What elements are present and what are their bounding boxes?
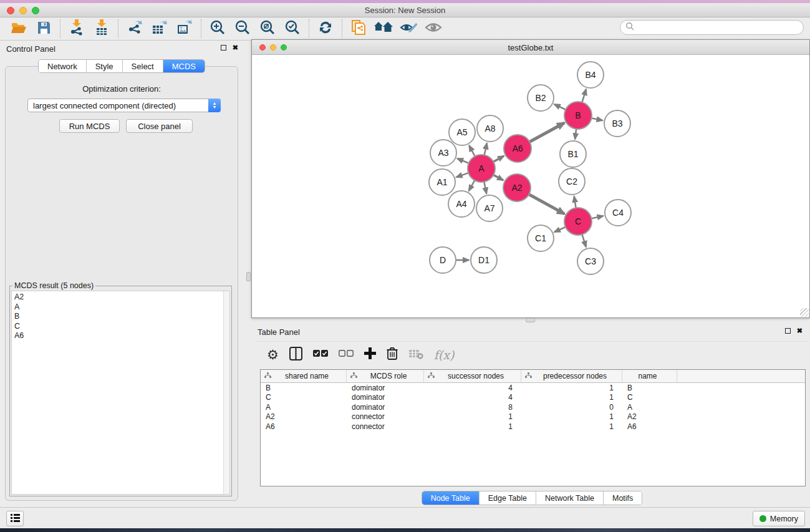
apply-layout-icon [318, 20, 333, 37]
select-all-icon [313, 349, 328, 360]
memory-button[interactable]: Memory [753, 511, 805, 526]
graph-node-label-D1: D1 [478, 255, 489, 265]
table-row[interactable]: A6 connector 1 1 A6 [261, 422, 805, 432]
deselect-all-button[interactable] [339, 349, 354, 360]
column-header-successor-nodes[interactable]: successor nodes [424, 370, 521, 382]
network-canvas[interactable]: B4B2BB3A8A5A6B1A3AA1C2A2A4A7C4CC1C3DD1 [252, 55, 809, 317]
criterion-dropdown[interactable]: largest connected component (directed) ▲… [27, 99, 221, 112]
show-eye-button[interactable] [421, 19, 446, 39]
columns-icon [289, 347, 302, 363]
import-table-button[interactable] [89, 19, 114, 39]
search-input[interactable] [637, 23, 798, 32]
attribute-type-icon [428, 372, 435, 380]
import-network-button[interactable] [64, 19, 89, 39]
table-panel: Table Panel ✖ ⚙ f(x) shared name MCDS ro… [254, 324, 810, 507]
cell-predecessor-nodes: 1 [521, 412, 622, 421]
tab-style[interactable]: Style [87, 60, 123, 72]
control-panel-tabs: Network Style Select MCDS [38, 59, 205, 73]
zoom-selected-button[interactable] [280, 19, 305, 39]
cell-shared-name: C [261, 393, 347, 402]
close-table-panel-icon[interactable]: ✖ [797, 327, 803, 334]
select-all-button[interactable] [313, 349, 328, 360]
graph-node-label-A: A [478, 163, 485, 173]
result-item[interactable]: A [14, 302, 229, 312]
mcds-pane: Optimization criterion: largest connecte… [5, 66, 238, 501]
zoom-fit-button[interactable] [255, 19, 280, 39]
dropdown-stepper-icon: ▲▼ [208, 99, 221, 112]
graph-node-label-C4: C4 [612, 208, 624, 218]
result-item[interactable]: A2 [14, 293, 229, 302]
toolbar-separator [60, 19, 60, 38]
tab-mcds[interactable]: MCDS [163, 60, 205, 72]
tab-network[interactable]: Network [39, 60, 87, 72]
float-panel-icon[interactable] [221, 45, 226, 51]
main-titlebar: Session: New Session [0, 3, 810, 17]
result-item[interactable]: C [14, 322, 229, 332]
cell-predecessor-nodes: 1 [521, 393, 622, 402]
result-scrollbar[interactable] [223, 291, 229, 494]
graph-node-label-D: D [440, 255, 446, 265]
window-resize-grip[interactable] [800, 308, 809, 317]
zoom-in-button[interactable] [205, 19, 230, 39]
graph-node-label-C1: C1 [535, 233, 546, 243]
home-button[interactable] [371, 19, 396, 39]
import-table-icon [94, 19, 109, 38]
result-item[interactable]: B [14, 312, 229, 322]
table-row[interactable]: C dominator 4 1 C [261, 393, 805, 403]
tab-motifs[interactable]: Motifs [604, 491, 642, 505]
table-row[interactable]: A2 connector 1 1 A2 [261, 412, 805, 422]
cell-name: A6 [622, 422, 677, 431]
tab-edge-table[interactable]: Edge Table [480, 491, 536, 505]
mcds-result-list[interactable]: A2 A B C A6 [11, 291, 230, 495]
function-builder-button[interactable]: f(x) [434, 348, 455, 362]
search-field[interactable] [620, 20, 804, 35]
desktop-wallpaper-bottom [0, 528, 810, 532]
optimization-label: Optimization criterion: [6, 84, 238, 94]
cell-successor-nodes: 4 [424, 384, 521, 392]
import-network-icon [69, 19, 84, 38]
tab-network-table[interactable]: Network Table [536, 491, 604, 505]
export-network-button[interactable] [122, 19, 147, 39]
graph-node-label-A5: A5 [456, 127, 467, 137]
column-header-shared-name[interactable]: shared name [261, 370, 347, 382]
graph-node-label-B: B [575, 110, 581, 120]
float-table-panel-icon[interactable] [785, 328, 791, 334]
zoom-out-button[interactable] [230, 19, 255, 39]
column-header-name[interactable]: name [622, 370, 677, 382]
delete-icon [387, 347, 398, 362]
column-header-predecessor-nodes[interactable]: predecessor nodes [521, 370, 622, 382]
task-history-button[interactable] [6, 511, 24, 526]
delete-table-button[interactable] [408, 348, 423, 362]
run-mcds-button[interactable]: Run MCDS [59, 119, 120, 133]
horizontal-splitter-handle[interactable] [526, 318, 535, 322]
duplicate-network-button[interactable] [346, 19, 371, 39]
cell-shared-name: A2 [261, 412, 347, 421]
control-panel-title: Control Panel [6, 44, 55, 54]
vertical-splitter-handle[interactable] [246, 272, 251, 281]
tab-select[interactable]: Select [123, 60, 163, 72]
export-image-button[interactable] [172, 19, 197, 39]
save-session-button[interactable] [31, 19, 56, 39]
table-settings-button[interactable]: ⚙ [267, 349, 279, 361]
table-row[interactable]: A dominator 8 0 A [261, 402, 805, 412]
table-row[interactable]: B dominator 4 1 B [261, 383, 805, 393]
add-column-button[interactable] [364, 347, 376, 362]
open-session-button[interactable] [6, 19, 31, 39]
node-table[interactable]: shared name MCDS role successor nodes pr… [260, 369, 806, 486]
graph-node-label-A6: A6 [512, 143, 523, 153]
delete-column-button[interactable] [387, 347, 398, 362]
show-columns-button[interactable] [289, 347, 302, 363]
cell-predecessor-nodes: 1 [521, 422, 622, 431]
export-table-button[interactable] [147, 19, 172, 39]
close-panel-icon[interactable]: ✖ [233, 44, 238, 51]
memory-label: Memory [770, 515, 798, 523]
column-header-mcds-role[interactable]: MCDS role [347, 370, 424, 382]
apply-layout-button[interactable] [313, 19, 338, 39]
delete-table-icon [408, 348, 423, 362]
hide-panel-button[interactable] [396, 19, 421, 39]
result-item[interactable]: A6 [14, 331, 229, 341]
function-builder-icon: f(x) [434, 348, 455, 362]
tab-node-table[interactable]: Node Table [422, 491, 480, 505]
graph-node-label-C: C [575, 216, 581, 226]
close-panel-button[interactable]: Close panel [126, 119, 193, 133]
